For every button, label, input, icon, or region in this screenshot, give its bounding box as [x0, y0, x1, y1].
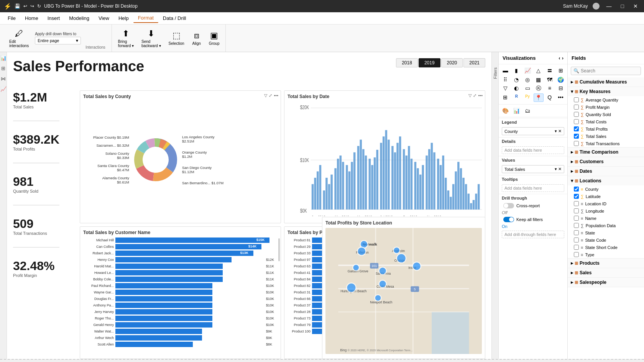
cb-name[interactable] [574, 216, 579, 221]
send-backward-btn[interactable]: ⬇ Sendbackward ▾ [138, 27, 164, 49]
menu-data-drill[interactable]: Data / Drill [158, 14, 191, 23]
bring-forward-btn[interactable]: ⬆ Bringforward ▾ [115, 27, 137, 49]
viz-filled-map-icon[interactable]: 🌍 [555, 76, 566, 84]
maximize-btn[interactable]: □ [619, 3, 626, 9]
viz-col-icon[interactable]: ▮ [511, 67, 522, 75]
field-type[interactable]: ≡ Type [568, 251, 644, 258]
year-tab-2018[interactable]: 2018 [396, 58, 418, 67]
viz-matrix-icon[interactable]: ⊞ [500, 93, 511, 102]
viz-r-icon[interactable]: R [511, 93, 522, 102]
cb-total-sales[interactable] [574, 134, 579, 139]
store-map-chart[interactable]: Total Profits by Store Location 1 [322, 217, 485, 359]
refresh-icon[interactable]: ↻ [37, 3, 41, 9]
field-population[interactable]: ∑ Population Data [568, 222, 644, 229]
viz-line-icon[interactable]: 📈 [522, 67, 533, 75]
menu-modeling[interactable]: Modeling [64, 14, 94, 23]
keep-filters-toggle[interactable] [503, 217, 514, 222]
drillthrough-add-field[interactable]: Add drill-through fields here [502, 231, 564, 238]
cb-avg-qty[interactable] [574, 97, 579, 102]
cb-state[interactable] [574, 230, 579, 235]
cb-longitude[interactable] [574, 208, 579, 213]
county-expand-btn[interactable]: ⤢ [269, 93, 272, 98]
field-longitude[interactable]: ∑ Longitude [568, 207, 644, 215]
field-location-id[interactable]: ≡ Location ID [568, 200, 644, 207]
legend-dropdown[interactable]: County ▾ ✕ [502, 127, 564, 135]
save-icon[interactable]: 💾 [15, 3, 20, 9]
section-sales-header[interactable]: ▸ ⊞ Sales [568, 268, 644, 277]
viz-bar-icon[interactable]: ▬ [500, 67, 511, 75]
menu-file[interactable]: File [3, 14, 20, 23]
viz-table-icon[interactable]: ⊟ [555, 84, 566, 93]
fields-search-box[interactable]: 🔍 [571, 67, 641, 75]
viz-qa-icon[interactable]: Q [544, 93, 555, 102]
redo-icon[interactable]: ↪ [30, 3, 34, 9]
viz-format-icon[interactable]: 🎨 [500, 107, 511, 115]
cross-report-toggle[interactable] [503, 203, 514, 208]
cb-total-costs[interactable] [574, 119, 579, 124]
filter-label[interactable]: Filters [493, 67, 498, 79]
viz-analytics-icon[interactable]: 📊 [511, 107, 522, 115]
cb-latitude[interactable] [574, 194, 579, 199]
cb-location-id[interactable] [574, 201, 579, 206]
section-cumulative-header[interactable]: ▸ ⊞ Cumulative Measures [568, 77, 644, 87]
cb-state-code[interactable] [574, 238, 579, 242]
viz-card-icon[interactable]: ▭ [522, 84, 533, 93]
customer-sales-chart[interactable]: Total Sales by Customer Name Michael Hil… [80, 226, 281, 359]
fields-search-input[interactable] [581, 68, 638, 74]
cb-county[interactable] [574, 187, 579, 192]
cb-type[interactable] [574, 252, 579, 257]
field-avg-qty[interactable]: ∑ Average Quantity [568, 96, 644, 103]
data-view-icon[interactable]: ⊞ [1, 66, 5, 71]
viz-bing-map-icon[interactable]: 📍 [534, 93, 544, 102]
values-dropdown-close[interactable]: ✕ [558, 167, 562, 172]
section-key-measures-header[interactable]: ▾ ⊞ Key Measures [568, 87, 644, 96]
align-btn[interactable]: ⧈ Align [189, 29, 204, 47]
year-tab-2020[interactable]: 2020 [441, 58, 463, 67]
viz-area-icon[interactable]: △ [534, 67, 544, 75]
field-state-short-code[interactable]: ≡ State Short Code [568, 244, 644, 251]
viz-kpi-icon[interactable]: Ⓚ [534, 84, 544, 93]
values-dropdown[interactable]: Total Sales ▾ ✕ [502, 165, 564, 173]
field-total-costs[interactable]: ∑ Total Costs [568, 118, 644, 125]
minimize-btn[interactable]: — [604, 3, 614, 9]
date-filter-btn[interactable]: ▽ [468, 93, 472, 98]
field-county[interactable]: ≡ County [568, 185, 644, 193]
field-profit-margin[interactable]: ∑ Profit Margin [568, 103, 644, 111]
field-name[interactable]: ≡ Name [568, 215, 644, 222]
year-tab-2021[interactable]: 2021 [463, 58, 485, 67]
viz-collapse-right[interactable]: › [562, 55, 564, 61]
details-add-field[interactable]: Add data fields here [502, 146, 564, 154]
page-filter-dropdown[interactable]: Entire page ▾ [35, 37, 81, 44]
viz-funnel-icon[interactable]: ▽ [500, 84, 511, 93]
analytics-view-icon[interactable]: 📈 [0, 86, 7, 92]
report-view-icon[interactable]: 📊 [0, 55, 7, 61]
customer-scrollbar[interactable] [278, 238, 280, 261]
viz-map-icon[interactable]: 🗺 [544, 76, 555, 84]
county-sales-chart[interactable]: Total Sales by County ▽ ⤢ ••• Placer Cou… [80, 90, 281, 223]
viz-data-icon[interactable]: 🗂 [522, 107, 533, 115]
cb-total-profits[interactable] [574, 126, 579, 131]
field-latitude[interactable]: ∑ Latitude [568, 193, 644, 200]
section-locations-header[interactable]: ▾ ⊞ Locations [568, 176, 644, 185]
date-sales-chart[interactable]: Total Sales by Date ▽ ⤢ ••• $20K $10K $0… [284, 90, 485, 223]
section-products-header[interactable]: ▸ ⊞ Products [568, 259, 644, 268]
viz-gauge-icon[interactable]: ◐ [511, 84, 522, 93]
viz-treemap-icon[interactable]: ▦ [534, 76, 544, 84]
county-filter-btn[interactable]: ▽ [264, 93, 267, 98]
section-salespeople-header[interactable]: ▸ ⊞ Salespeople [568, 278, 644, 287]
cb-total-transactions[interactable] [574, 141, 579, 146]
county-more-btn[interactable]: ••• [274, 93, 278, 98]
group-btn[interactable]: ▣ Group [206, 29, 223, 47]
legend-dropdown-close[interactable]: ✕ [558, 129, 562, 134]
viz-more-icon[interactable]: ••• [555, 93, 566, 102]
cb-qty-sold[interactable] [574, 112, 579, 117]
field-qty-sold[interactable]: ∑ Quantity Sold [568, 111, 644, 118]
menu-insert[interactable]: Insert [43, 14, 65, 23]
close-btn[interactable]: ✕ [631, 3, 640, 9]
menu-help[interactable]: Help [114, 14, 133, 23]
viz-py-icon[interactable]: Py [522, 93, 533, 102]
date-more-btn[interactable]: ••• [478, 93, 483, 98]
date-expand-btn[interactable]: ⤢ [473, 93, 476, 98]
section-dates-header[interactable]: ▸ ⊞ Dates [568, 167, 644, 176]
cb-profit-margin[interactable] [574, 105, 579, 110]
